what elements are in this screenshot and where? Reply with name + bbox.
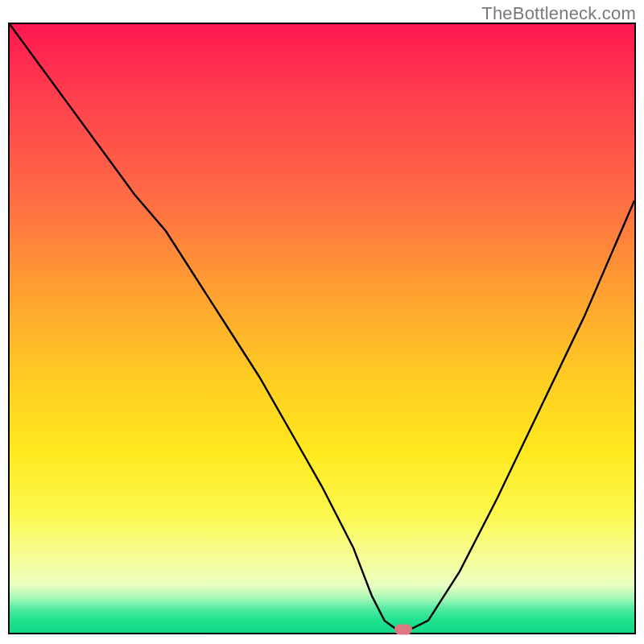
plot-area [8, 23, 636, 634]
bottleneck-curve [10, 24, 634, 633]
chart-container: TheBottleneck.com [0, 0, 644, 644]
watermark-text: TheBottleneck.com [481, 3, 636, 24]
curve-path [10, 24, 634, 630]
optimal-point-marker [394, 625, 412, 635]
